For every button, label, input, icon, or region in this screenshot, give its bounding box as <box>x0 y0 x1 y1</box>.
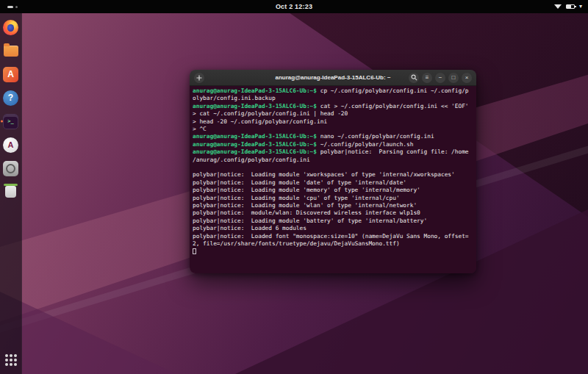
help-icon <box>3 90 18 106</box>
close-icon: × <box>465 73 469 83</box>
settings-icon <box>3 161 18 176</box>
terminal-line: polybar|notice: Loading module 'xworkspa… <box>193 171 473 179</box>
dock-item-trash[interactable] <box>0 181 22 203</box>
plus-icon <box>196 75 202 81</box>
show-apps-icon <box>5 354 17 366</box>
terminal-line: olybar/config.ini.backup <box>193 95 473 102</box>
terminal-body[interactable]: anurag@anurag-IdeaPad-3-15ALC6-Ub:~$ cp … <box>190 86 476 273</box>
terminal-line: anurag@anurag-IdeaPad-3-15ALC6-Ub:~$ cat… <box>193 103 473 110</box>
dock-item-firefox[interactable] <box>0 16 22 38</box>
terminal-icon <box>3 114 18 129</box>
running-indicator <box>1 121 3 123</box>
terminal-line <box>193 248 473 256</box>
show-apps-button[interactable] <box>0 349 22 371</box>
terminal-line: polybar|notice: Loading module 'cpu' of … <box>193 195 473 202</box>
maximize-icon: □ <box>452 73 456 83</box>
terminal-line: anurag@anurag-IdeaPad-3-15ALC6-Ub:~$ nan… <box>193 133 473 140</box>
terminal-line: anurag@anurag-IdeaPad-3-15ALC6-Ub:~$ cp … <box>193 87 473 95</box>
search-button[interactable] <box>409 73 419 83</box>
dock-item-settings[interactable] <box>0 157 22 179</box>
system-tray[interactable]: ▾ <box>554 4 582 10</box>
minimize-icon: − <box>439 73 442 83</box>
dock <box>0 13 22 374</box>
window-title: anurag@anurag-IdeaPad-3-15ALC6-Ub: ~ <box>276 74 391 81</box>
menu-button[interactable]: ≡ <box>422 73 432 83</box>
terminal-cursor <box>193 248 196 255</box>
files-icon <box>4 46 18 57</box>
terminal-line: anurag@anurag-IdeaPad-3-15ALC6-Ub:~$ pol… <box>193 148 473 156</box>
terminal-line: polybar|notice: Loading module 'battery'… <box>193 217 473 225</box>
dock-item-files[interactable] <box>0 40 22 62</box>
terminal-line: anurag@anurag-IdeaPad-3-15ALC6-Ub:~$ ~/.… <box>193 141 473 148</box>
dock-item-help[interactable] <box>0 87 22 109</box>
terminal-line: polybar|notice: module/wlan: Discovered … <box>193 209 473 217</box>
workspace-indicator[interactable] <box>7 6 18 8</box>
terminal-line: polybar|notice: Loading module 'wlan' of… <box>193 202 473 209</box>
maximize-button[interactable]: □ <box>448 73 459 83</box>
minimize-button[interactable]: − <box>435 73 445 83</box>
chevron-down-icon: ▾ <box>579 4 582 10</box>
terminal-line: > ^C <box>193 126 473 133</box>
letter-a-app-icon <box>3 137 18 153</box>
dock-item-letter-a-app[interactable] <box>0 134 22 156</box>
top-bar: Oct 2 12:23 ▾ <box>0 0 588 13</box>
terminal-line: polybar|notice: Loaded font "monospace:s… <box>193 233 473 240</box>
new-tab-button[interactable] <box>194 73 204 83</box>
terminal-line: > head -20 ~/.config/polybar/config.ini <box>193 118 473 126</box>
close-button[interactable]: × <box>462 73 472 83</box>
search-icon <box>411 74 417 81</box>
terminal-line: /anurag/.config/polybar/config.ini <box>193 157 473 164</box>
terminal-line: > cat ~/.config/polybar/config.ini | hea… <box>193 110 473 118</box>
terminal-line: polybar|notice: Loaded 6 modules <box>193 225 473 232</box>
terminal-window[interactable]: anurag@anurag-IdeaPad-3-15ALC6-Ub: ~ ≡ −… <box>190 70 476 273</box>
battery-icon <box>566 4 575 9</box>
terminal-headerbar[interactable]: anurag@anurag-IdeaPad-3-15ALC6-Ub: ~ ≡ −… <box>190 70 476 86</box>
dock-item-software[interactable] <box>0 63 22 85</box>
hamburger-icon: ≡ <box>426 73 429 83</box>
trash-icon <box>5 186 16 198</box>
terminal-line: polybar|notice: Loading module 'date' of… <box>193 179 473 187</box>
network-wifi-icon <box>554 4 562 9</box>
dock-item-terminal[interactable] <box>0 110 22 132</box>
desktop: Oct 2 12:23 ▾ anurag@anurag-IdeaPad-3-15… <box>0 0 588 374</box>
software-center-icon <box>3 67 18 82</box>
terminal-line: polybar|notice: Loading module 'memory' … <box>193 187 473 194</box>
terminal-line: 2, file=/usr/share/fonts/truetype/dejavu… <box>193 240 473 248</box>
firefox-icon <box>3 20 18 35</box>
clock[interactable]: Oct 2 12:23 <box>276 3 312 10</box>
terminal-line <box>193 164 473 171</box>
